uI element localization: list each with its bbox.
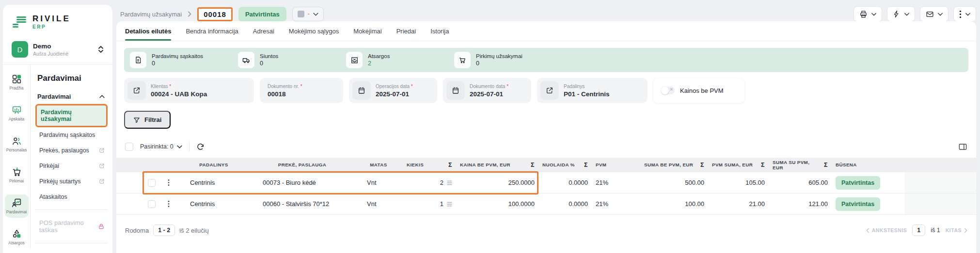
sum-sigma-icon[interactable]: Σ [528,162,535,168]
actions-button[interactable] [887,6,915,22]
print-button[interactable] [854,6,882,22]
sidebar-item-pardavimu-uzsakymai[interactable]: Pardavimų užsakymai [35,104,108,127]
padalinys-field[interactable]: Padalinys P01 - Centrinis [537,78,648,103]
toggle-switch-off[interactable]: ✕ [661,87,675,94]
external-link-icon[interactable] [540,81,559,100]
user-subtitle: Aušra Juodienė [33,51,68,57]
field-value: 00018 [268,90,302,98]
col-busena[interactable]: BŪSENA [832,162,904,167]
sidebar-item-pirkeju-sutartys[interactable]: Pirkėjų sutartys [35,174,108,189]
tab-adresai[interactable]: Adresai [253,21,274,41]
field-value: P01 - Centrinis [564,90,610,98]
required-asterisk: * [506,84,508,89]
menu-item-label: Pirkėjai [39,163,59,169]
dokumento-data-field[interactable]: Dokumento data * 2025-07-01 [443,78,531,103]
cell-suma-be: 100.00 [640,200,708,208]
rail-item-atsargos[interactable]: Atsargos [5,225,29,249]
cell-suma-su: 605.00 [769,179,832,186]
col-suma-su-pvm[interactable]: SUMA SU PVM, EURΣ [769,160,832,171]
operacijos-data-field[interactable]: Operacijos data * 2025-07-01 [349,78,437,103]
current-page-input[interactable]: 1 [912,224,925,236]
table-row[interactable]: Centrinis 00073 - Biuro kėdė Vnt 2 250.0… [116,172,976,193]
col-suma-be-pvm[interactable]: SUMA BE PVM, EURΣ [640,162,708,168]
pagination-range[interactable]: 1 - 2 [153,224,175,236]
sum-sigma-icon[interactable]: Σ [821,162,828,168]
avatar: D [12,41,28,58]
col-matas[interactable]: MATAS [354,162,403,167]
color-swatch-icon [298,11,304,17]
sidebar-item-pardavimu-saskaitos[interactable]: Pardavimų sąskaitos [35,127,108,143]
filter-button[interactable]: Filtrai [124,111,171,129]
refresh-icon[interactable] [196,143,205,151]
col-preke-paslauga[interactable]: PREKĖ, PASLAUGA [250,162,354,167]
menu-section-pardavimai[interactable]: Pardavimai [37,93,105,100]
tab-istorija[interactable]: Istorija [430,21,449,41]
summary-card-atsargos[interactable]: Atsargos 2 [346,52,454,68]
sidebar-item-ataskaitos[interactable]: Ataskaitos [35,189,108,205]
sum-sigma-icon[interactable]: Σ [445,162,452,168]
more-options-button[interactable] [953,6,976,22]
field-value: 00024 - UAB Kopa [151,90,207,98]
calendar-icon[interactable] [446,81,465,100]
sum-sigma-icon[interactable]: Σ [758,162,765,168]
sidebar-item-pos-pardavimo-taskas[interactable]: POS pardavimo taškas [35,215,108,238]
col-kaina-be-pvm[interactable]: KAINA BE PVM, EURΣ [456,162,538,168]
printer-icon [859,10,868,18]
chevron-right-icon [188,11,191,17]
status-mini-select[interactable]: - [292,7,324,21]
brand-name: RIVILE [32,15,71,23]
rail-item-personalas[interactable]: Personalas [5,133,29,156]
calendar-icon[interactable] [352,81,371,100]
dokumento-nr-field[interactable]: Dokumento nr. * 00018 [260,78,343,103]
menu-item-label: Pardavimų užsakymai [41,109,103,122]
row-menu-button[interactable] [160,179,177,186]
sidebar-item-pirkejai[interactable]: Pirkėjai [35,158,108,174]
email-button[interactable] [920,6,948,22]
tab-priedai[interactable]: Priedai [396,21,416,41]
tab-mokejimo-salygos[interactable]: Mokėjimo sąlygos [289,21,339,41]
rail-item-pradzia[interactable]: Pradžia [5,71,29,94]
summary-label: Pardavimų sąskaitos [152,53,203,59]
sum-sigma-icon[interactable]: Σ [581,162,588,168]
toggle-label: Kainos be PVM [680,87,724,94]
rail-item-pardavimai[interactable]: Pardavimai [5,194,29,218]
summary-value: 0 [152,60,203,67]
klientas-field[interactable]: Klientas * 00024 - UAB Kopa [124,78,254,103]
kainos-be-pvm-toggle[interactable]: ✕ Kainos be PVM [653,78,744,103]
breadcrumb[interactable]: Pardavimų užsakymai [120,11,182,18]
row-checkbox[interactable] [148,200,156,208]
next-page-button[interactable]: KITAS [946,227,967,233]
summary-card-pirkimu-uzsakymai[interactable]: Pirkimų užsakymai 0 [454,52,562,68]
tab-bendra-informacija[interactable]: Bendra informacija [186,21,238,41]
selected-count-dropdown[interactable]: Pasirinkta: 0 [140,143,182,150]
sidebar-item-prekes-paslaugos[interactable]: Prekės, paslaugos [35,143,108,158]
row-checkbox[interactable] [148,179,156,187]
chevron-down-icon [938,13,943,16]
chevrons-up-down-icon[interactable] [98,45,104,53]
col-pvm[interactable]: PVM [592,162,640,167]
rail-item-pirkimai[interactable]: Pirkimai [5,164,29,187]
select-all-checkbox[interactable] [125,143,133,151]
summary-card-siuntos[interactable]: Siuntos 0 [238,52,346,68]
previous-page-button[interactable]: ANKSTESNIS [866,227,907,233]
cell-value: 1 [440,200,443,208]
tab-mokejimai[interactable]: Mokėjimai [353,21,382,41]
external-link-icon[interactable] [127,81,146,100]
user-switcher[interactable]: D Demo Aušra Juodienė [12,41,104,58]
rail-item-apskaita[interactable]: Apskaita [5,102,29,125]
lines-icon[interactable] [447,202,452,207]
column-settings-icon[interactable] [958,142,967,151]
lines-icon[interactable] [447,180,452,185]
col-label: KAINA BE PVM, EUR [460,162,510,167]
col-padalinys[interactable]: PADALINYS [177,162,250,167]
sum-sigma-icon[interactable]: Σ [697,162,704,168]
kebab-icon [959,10,962,18]
row-menu-button[interactable] [160,200,177,208]
col-nuolaida[interactable]: NUOLAIDA %Σ [538,162,592,168]
summary-card-pardavimu-saskaitos[interactable]: Pardavimų sąskaitos 0 [130,52,238,68]
menu-title: Pardavimai [37,74,108,83]
tab-detalios-eilutes[interactable]: Detalios eilutės [125,21,171,41]
table-row[interactable]: Centrinis 00060 - Stalviršis 70*12 Vnt 1… [116,193,976,215]
col-kiekis[interactable]: KIEKISΣ [403,162,456,168]
col-pvm-suma[interactable]: PVM SUMA, EURΣ [708,162,769,168]
